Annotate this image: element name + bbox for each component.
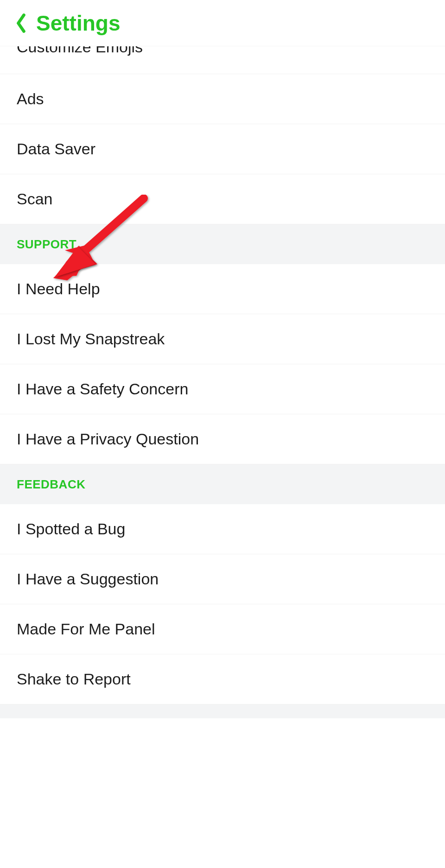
settings-item-label: Ads <box>17 90 44 108</box>
section-header-empty <box>0 704 445 718</box>
settings-item-i-spotted-a-bug[interactable]: I Spotted a Bug <box>0 504 445 554</box>
settings-item-made-for-me-panel[interactable]: Made For Me Panel <box>0 604 445 654</box>
settings-item-i-have-a-privacy-question[interactable]: I Have a Privacy Question <box>0 414 445 464</box>
settings-item-label: Customize Emojis <box>17 46 143 56</box>
settings-item-i-have-a-suggestion[interactable]: I Have a Suggestion <box>0 554 445 604</box>
settings-item-shake-to-report[interactable]: Shake to Report <box>0 654 445 704</box>
settings-item-data-saver[interactable]: Data Saver <box>0 124 445 174</box>
chevron-left-icon <box>15 13 28 33</box>
settings-item-label: I Have a Privacy Question <box>17 430 199 448</box>
settings-item-label: I Spotted a Bug <box>17 520 125 538</box>
settings-item-label: Data Saver <box>17 140 95 158</box>
settings-item-i-have-a-safety-concern[interactable]: I Have a Safety Concern <box>0 364 445 414</box>
settings-item-i-lost-my-snapstreak[interactable]: I Lost My Snapstreak <box>0 314 445 364</box>
settings-item-label: I Need Help <box>17 280 100 298</box>
settings-item-label: I Have a Suggestion <box>17 570 159 588</box>
page-title: Settings <box>36 11 120 36</box>
back-button[interactable] <box>11 13 32 33</box>
section-header-feedback: FEEDBACK <box>0 464 445 504</box>
settings-item-label: Made For Me Panel <box>17 620 155 638</box>
header-bar: Settings <box>0 0 445 46</box>
settings-item-label: Shake to Report <box>17 670 131 688</box>
settings-item-label: I Lost My Snapstreak <box>17 330 165 348</box>
settings-item-ads[interactable]: Ads <box>0 74 445 124</box>
settings-item-customize-emojis[interactable]: Customize Emojis <box>0 46 445 74</box>
settings-item-i-need-help[interactable]: I Need Help <box>0 264 445 314</box>
settings-item-scan[interactable]: Scan <box>0 174 445 224</box>
section-header-support: SUPPORT <box>0 224 445 264</box>
settings-item-label: Scan <box>17 190 53 208</box>
settings-item-label: I Have a Safety Concern <box>17 380 188 398</box>
